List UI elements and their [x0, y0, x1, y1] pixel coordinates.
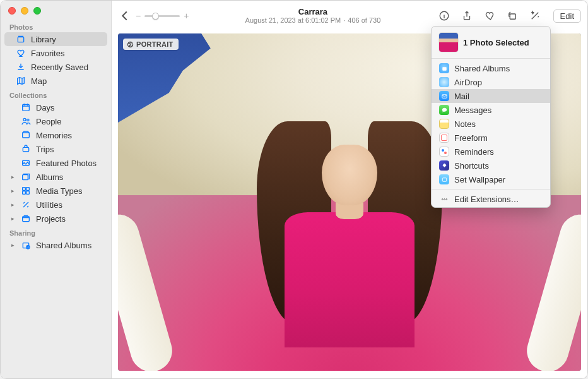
share-option-shortcuts[interactable]: Shortcuts	[432, 159, 550, 172]
sidebar-item-albums[interactable]: ▸Albums	[4, 170, 107, 184]
shared-albums-icon	[439, 63, 449, 73]
favorite-button[interactable]	[483, 9, 497, 23]
svg-point-2	[23, 118, 26, 121]
share-option-label: Mail	[454, 92, 469, 101]
sidebar-item-favorites[interactable]: Favorites	[4, 46, 107, 60]
share-option-freeform[interactable]: Freeform	[432, 131, 550, 145]
edit-button[interactable]: Edit	[553, 9, 581, 23]
shortcuts-icon	[439, 160, 449, 171]
sidebar-item-shared-albums[interactable]: ▸Shared Albums	[4, 238, 107, 252]
share-extensions-list: Edit Extensions…	[432, 191, 550, 207]
svg-rect-11	[26, 191, 30, 195]
sidebar-item-media-types[interactable]: ▸Media Types	[4, 184, 107, 198]
share-popover: 1 Photo Selected Shared Albums AirDrop M…	[431, 26, 551, 208]
sidebar-item-projects[interactable]: ▸Projects	[4, 212, 107, 226]
svg-rect-22	[442, 177, 446, 181]
share-option-label: Shared Albums	[454, 64, 510, 73]
sidebar-item-label: People	[36, 117, 102, 126]
sidebar-item-people[interactable]: ▸People	[4, 114, 107, 128]
share-option-label: Edit Extensions…	[454, 195, 519, 204]
svg-rect-5	[23, 147, 28, 152]
disclosure-icon[interactable]: ▸	[9, 242, 16, 248]
sidebar-item-utilities[interactable]: ▸Utilities	[4, 198, 107, 212]
share-option-shared-albums[interactable]: Shared Albums	[432, 61, 550, 75]
library-icon	[16, 34, 26, 44]
svg-rect-7	[23, 175, 28, 180]
share-option-set-wallpaper[interactable]: Set Wallpaper	[432, 172, 550, 186]
sidebar-item-map[interactable]: Map	[4, 74, 107, 88]
sidebar-section-collections: Collections	[1, 88, 111, 100]
share-option-label: AirDrop	[454, 78, 482, 87]
sidebar-item-days[interactable]: ▸Days	[4, 100, 107, 114]
svg-rect-19	[442, 67, 446, 71]
share-option-label: Messages	[454, 105, 491, 115]
download-icon	[16, 62, 26, 72]
trips-icon	[21, 144, 31, 154]
share-option-notes[interactable]: Notes	[432, 117, 550, 131]
featured-icon	[21, 158, 31, 168]
svg-rect-17	[510, 14, 515, 19]
photo-title: Carrara	[194, 7, 432, 17]
sidebar-item-label: Days	[36, 103, 102, 112]
share-option-messages[interactable]: Messages	[432, 103, 550, 117]
share-option-label: Set Wallpaper	[454, 175, 505, 184]
svg-rect-9	[26, 188, 30, 191]
svg-point-23	[442, 198, 443, 200]
reminders-icon	[439, 147, 449, 157]
sidebar-item-featured-photos[interactable]: ▸Featured Photos	[4, 156, 107, 170]
photo-subtitle: August 21, 2023 at 6:01:02 PM·406 of 730	[194, 16, 432, 25]
svg-rect-10	[23, 191, 26, 195]
sidebar-item-label: Memories	[36, 131, 102, 140]
sidebar-item-label: Utilities	[36, 200, 102, 210]
notes-icon	[439, 119, 449, 129]
share-option-edit-extensions[interactable]: Edit Extensions…	[432, 192, 550, 206]
share-option-airdrop[interactable]: AirDrop	[432, 75, 550, 89]
minimize-window-button[interactable]	[21, 7, 28, 15]
zoom-slider[interactable]: − +	[136, 11, 189, 21]
svg-rect-4	[23, 133, 30, 138]
sidebar-section-photos: Photos	[1, 20, 111, 32]
disclosure-icon[interactable]: ▸	[9, 215, 16, 222]
sidebar-item-library[interactable]: Library	[4, 32, 107, 46]
auto-enhance-button[interactable]	[528, 9, 542, 23]
share-option-label: Freeform	[454, 133, 488, 143]
albums-icon	[21, 172, 31, 182]
disclosure-icon[interactable]: ▸	[9, 188, 16, 194]
close-window-button[interactable]	[8, 7, 16, 15]
share-option-reminders[interactable]: Reminders	[432, 145, 550, 159]
share-popover-header: 1 Photo Selected	[432, 27, 550, 57]
zoom-thumb[interactable]	[152, 13, 159, 20]
sidebar-item-label: Albums	[36, 172, 102, 182]
sidebar-item-label: Shared Albums	[36, 241, 102, 250]
sidebar-item-recently-saved[interactable]: Recently Saved	[4, 60, 107, 74]
info-button[interactable]	[437, 9, 451, 23]
shared-icon	[21, 240, 31, 250]
mail-icon	[439, 91, 449, 101]
sidebar: Photos Library Favorites Recently Saved …	[1, 1, 112, 378]
sidebar-item-label: Projects	[36, 214, 102, 224]
sidebar-item-trips[interactable]: ▸Trips	[4, 142, 107, 156]
sidebar-item-memories[interactable]: ▸Memories	[4, 128, 107, 142]
disclosure-icon[interactable]: ▸	[9, 202, 16, 208]
sidebar-item-label: Recently Saved	[31, 63, 102, 72]
share-thumbnail	[439, 33, 458, 52]
fullscreen-window-button[interactable]	[33, 7, 41, 15]
messages-icon	[439, 105, 449, 115]
sidebar-sharing-list: ▸Shared Albums	[1, 238, 111, 252]
sidebar-photos-list: Library Favorites Recently Saved Map	[1, 32, 111, 88]
portrait-badge: PORTRAIT	[123, 39, 179, 50]
back-button[interactable]	[118, 9, 132, 23]
rotate-button[interactable]	[505, 9, 519, 23]
share-option-label: Reminders	[454, 147, 494, 157]
disclosure-icon[interactable]: ▸	[9, 174, 16, 180]
share-button[interactable]	[460, 9, 474, 23]
zoom-track[interactable]	[144, 15, 180, 17]
projects-icon	[21, 214, 31, 224]
share-option-mail[interactable]: Mail	[432, 89, 550, 103]
utilities-icon	[21, 200, 31, 210]
svg-rect-8	[23, 188, 26, 191]
sidebar-item-label: Favorites	[31, 49, 102, 58]
divider	[432, 58, 550, 59]
memories-icon	[21, 130, 31, 140]
svg-rect-0	[18, 37, 23, 42]
